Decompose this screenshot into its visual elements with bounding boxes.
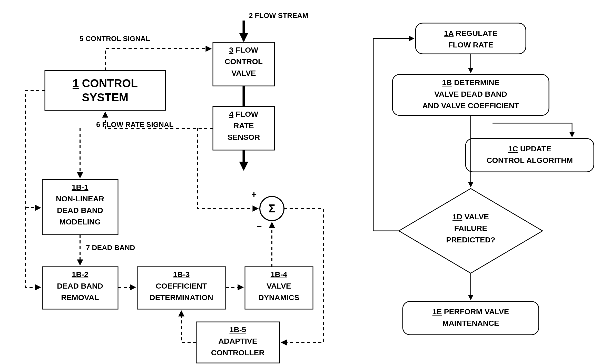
num-fcv: 3 FLOW — [229, 46, 258, 54]
svg-text:CONTROL: CONTROL — [225, 57, 263, 66]
diagram-canvas: 1 CONTROL SYSTEM 3 FLOW CONTROL VALVE 4 … — [0, 0, 610, 364]
svg-text:1C UPDATE: 1C UPDATE — [508, 144, 551, 153]
arrow-control-signal — [105, 49, 211, 71]
lbl-flow-stream: 2 FLOW STREAM — [249, 12, 308, 19]
svg-text:AND VALVE COEFFICIENT: AND VALVE COEFFICIENT — [422, 101, 519, 110]
svg-text:VALVE DEAD BAND: VALVE DEAD BAND — [434, 90, 507, 98]
svg-text:1D VALVE: 1D VALVE — [452, 212, 489, 221]
lbl-control-system-2: SYSTEM — [82, 91, 129, 104]
num-frs: 4 FLOW — [229, 110, 258, 118]
svg-text:Σ: Σ — [269, 202, 275, 215]
svg-text:DYNAMICS: DYNAMICS — [258, 293, 299, 302]
svg-text:1B-4: 1B-4 — [270, 270, 287, 279]
svg-text:RATE: RATE — [233, 121, 254, 130]
svg-text:1B-1: 1B-1 — [72, 183, 88, 191]
svg-text:FLOW RATE: FLOW RATE — [448, 41, 493, 49]
svg-text:MAINTENANCE: MAINTENANCE — [442, 319, 499, 327]
svg-text:VALVE: VALVE — [231, 69, 256, 77]
step-1e — [403, 301, 539, 335]
svg-text:COEFFICIENT: COEFFICIENT — [156, 282, 207, 290]
minus-sign: − — [256, 221, 262, 232]
svg-text:DEAD BAND: DEAD BAND — [57, 282, 103, 290]
arrow-1d-1a-loop — [373, 38, 414, 231]
svg-text:1B-5: 1B-5 — [229, 325, 246, 334]
svg-text:DEAD BAND: DEAD BAND — [57, 206, 103, 214]
svg-text:1B DETERMINE: 1B DETERMINE — [442, 78, 499, 87]
box-control-system — [45, 71, 165, 110]
svg-text:CONTROL ALGORITHM: CONTROL ALGORITHM — [487, 156, 573, 164]
svg-text:ADAPTIVE: ADAPTIVE — [218, 337, 257, 345]
plus-sign: + — [251, 189, 257, 200]
arrow-1b5-1b3 — [181, 311, 196, 342]
svg-text:PREDICTED?: PREDICTED? — [446, 235, 495, 244]
svg-text:DETERMINATION: DETERMINATION — [150, 293, 213, 302]
svg-text:VALVE: VALVE — [267, 282, 291, 290]
svg-text:1B-2: 1B-2 — [72, 270, 88, 279]
svg-text:SENSOR: SENSOR — [228, 133, 260, 141]
lbl-control-signal: 5 CONTROL SIGNAL — [80, 35, 150, 43]
svg-text:1B-3: 1B-3 — [173, 270, 190, 279]
svg-text:NON-LINEAR: NON-LINEAR — [56, 194, 104, 203]
num-control-system: 1 CONTROL — [73, 77, 138, 90]
svg-text:CONTROLLER: CONTROLLER — [211, 348, 265, 357]
svg-text:1A REGULATE: 1A REGULATE — [444, 29, 497, 37]
arrow-1b-1c — [493, 123, 572, 136]
step-1c — [466, 139, 594, 172]
svg-text:FAILURE: FAILURE — [454, 224, 487, 232]
step-1a — [416, 23, 526, 54]
lbl-dead-band: 7 DEAD BAND — [86, 244, 135, 252]
svg-text:MODELING: MODELING — [59, 218, 101, 226]
svg-text:REMOVAL: REMOVAL — [61, 293, 99, 302]
lbl-flow-rate-signal: 6 FLOW RATE SIGNAL — [96, 121, 173, 129]
svg-text:1E PERFORM VALVE: 1E PERFORM VALVE — [432, 307, 509, 316]
